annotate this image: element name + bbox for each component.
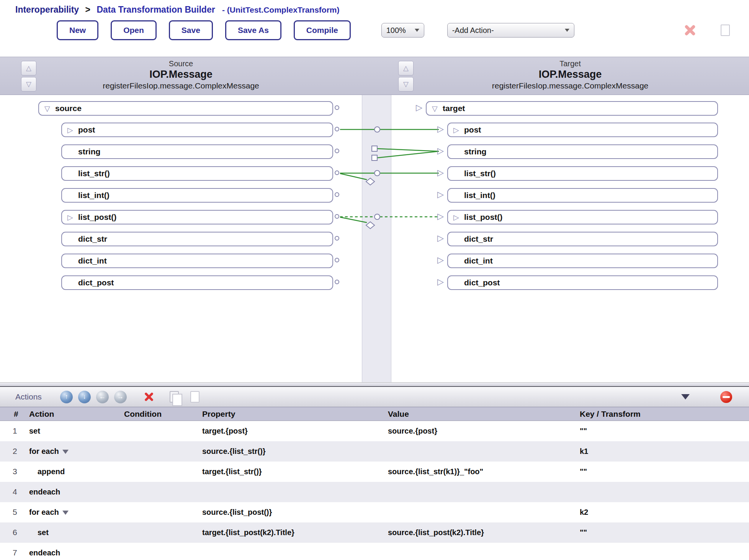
- add-action-select[interactable]: -Add Action-: [447, 23, 574, 38]
- expander-down-icon[interactable]: [44, 105, 53, 112]
- expander-right-icon[interactable]: [67, 126, 76, 134]
- connector-triangle-icon[interactable]: [437, 124, 444, 134]
- source-node-list-post[interactable]: list_post(): [61, 210, 333, 224]
- source-subtitle: registerFilesIop.message.ComplexMessage: [0, 81, 362, 90]
- key-cell: "": [577, 421, 749, 441]
- move-down-icon[interactable]: [78, 391, 91, 403]
- action-text: for each: [29, 447, 59, 455]
- chevron-down-icon: [565, 29, 569, 32]
- expander-right-icon[interactable]: [67, 214, 76, 221]
- connector-circle[interactable]: [335, 258, 339, 262]
- breadcrumb-interoperability-link[interactable]: Interoperability: [15, 5, 79, 15]
- connector-circle[interactable]: [335, 105, 339, 110]
- action-row-1[interactable]: 1 set target.{post} source.{post} "": [0, 421, 749, 441]
- target-node-list-str[interactable]: list_str(): [447, 166, 718, 181]
- connector-circle[interactable]: [335, 127, 339, 131]
- action-row-4[interactable]: 4 endeach: [0, 482, 749, 502]
- action-label: endeach: [27, 482, 122, 502]
- new-button[interactable]: New: [57, 20, 98, 40]
- col-value: Value: [386, 407, 577, 421]
- copy-icon[interactable]: [721, 25, 730, 36]
- open-button[interactable]: Open: [111, 20, 157, 40]
- target-node-root[interactable]: target: [426, 101, 718, 116]
- zoom-select[interactable]: 100%: [381, 23, 424, 38]
- source-node-list-int[interactable]: list_int(): [61, 188, 333, 203]
- target-node-dict-str[interactable]: dict_str: [447, 232, 718, 246]
- source-node-string[interactable]: string: [61, 144, 333, 159]
- target-role-label: Target: [391, 59, 749, 68]
- value-cell: source.{list_str(k1)}_"foo": [386, 462, 577, 482]
- key-cell: [577, 543, 749, 560]
- panel-header-band: Source IOP.Message registerFilesIop.mess…: [0, 57, 749, 95]
- target-node-list-post[interactable]: list_post(): [447, 210, 718, 224]
- action-row-6[interactable]: 6 set target.{list_post(k2).Title} sourc…: [0, 522, 749, 543]
- connector-triangle-icon[interactable]: [437, 168, 444, 178]
- target-node-dict-post[interactable]: dict_post: [447, 275, 718, 290]
- wire-list-str: [340, 170, 439, 185]
- connector-triangle-icon[interactable]: [437, 146, 444, 156]
- connector-circle[interactable]: [335, 170, 339, 175]
- connector-circle[interactable]: [335, 214, 339, 219]
- source-node-post[interactable]: post: [61, 123, 333, 137]
- wire-list-post: [340, 214, 439, 229]
- expander-right-icon[interactable]: [453, 126, 462, 134]
- save-as-button[interactable]: Save As: [225, 20, 281, 40]
- outdent-icon[interactable]: [96, 391, 109, 403]
- source-node-list-str[interactable]: list_str(): [61, 166, 333, 181]
- delete-icon[interactable]: [683, 23, 697, 37]
- connector-circle[interactable]: [335, 149, 339, 153]
- target-class-name: IOP.Message: [391, 69, 749, 80]
- move-up-icon[interactable]: [60, 391, 73, 403]
- action-text: for each: [29, 508, 59, 516]
- connector-circle[interactable]: [335, 280, 339, 284]
- target-node-post[interactable]: post: [447, 123, 718, 137]
- copy-action-icon[interactable]: [170, 391, 179, 403]
- connector-triangle-icon[interactable]: [437, 233, 444, 243]
- action-row-3[interactable]: 3 append target.{list_str()} source.{lis…: [0, 462, 749, 482]
- target-node-string[interactable]: string: [447, 144, 718, 159]
- panel-splitter[interactable]: [0, 382, 749, 387]
- action-label: for each: [27, 441, 122, 462]
- expander-down-icon[interactable]: [432, 105, 440, 112]
- connector-circle[interactable]: [335, 192, 339, 197]
- condition-cell: [122, 502, 200, 522]
- source-node-dict-int[interactable]: dict_int: [61, 254, 333, 268]
- target-subtitle: registerFilesIop.message.ComplexMessage: [391, 81, 749, 90]
- foreach-caret-icon[interactable]: [62, 511, 69, 515]
- indent-icon[interactable]: [114, 391, 127, 403]
- connector-triangle-icon[interactable]: [416, 103, 422, 113]
- delete-action-icon[interactable]: [144, 391, 154, 402]
- paste-action-icon[interactable]: [190, 391, 200, 403]
- target-node-list-int[interactable]: list_int(): [447, 188, 718, 203]
- compile-button[interactable]: Compile: [294, 20, 351, 40]
- source-node-dict-str[interactable]: dict_str: [61, 232, 333, 246]
- connector-triangle-icon[interactable]: [437, 190, 444, 200]
- connector-triangle-icon[interactable]: [437, 255, 444, 265]
- collapse-panel-icon[interactable]: [681, 394, 690, 400]
- expander-right-icon[interactable]: [453, 214, 462, 221]
- condition-cell: [122, 421, 200, 441]
- action-row-2[interactable]: 2 for each source.{list_str()} k1: [0, 441, 749, 462]
- action-row-7[interactable]: 7 endeach: [0, 543, 749, 560]
- target-node-dict-int[interactable]: dict_int: [447, 254, 718, 268]
- action-label: set: [27, 522, 122, 543]
- breadcrumb: Interoperability > Data Transformation B…: [15, 5, 749, 15]
- connector-triangle-icon[interactable]: [437, 211, 444, 221]
- disable-action-icon[interactable]: [720, 391, 732, 403]
- action-label: set: [27, 421, 122, 441]
- connector-circle[interactable]: [335, 236, 339, 241]
- node-label: list_str(): [78, 169, 110, 178]
- action-row-5[interactable]: 5 for each source.{list_post()} k2: [0, 502, 749, 522]
- source-panel-header: Source IOP.Message registerFilesIop.mess…: [0, 59, 362, 90]
- actions-table-header: # Action Condition Property Value Key / …: [0, 407, 749, 421]
- col-property: Property: [200, 407, 386, 421]
- row-number: 4: [0, 482, 27, 502]
- source-class-name: IOP.Message: [0, 69, 362, 80]
- save-button[interactable]: Save: [169, 20, 213, 40]
- row-number: 6: [0, 522, 27, 543]
- source-node-dict-post[interactable]: dict_post: [61, 275, 333, 290]
- foreach-caret-icon[interactable]: [62, 450, 69, 454]
- connector-triangle-icon[interactable]: [437, 277, 444, 287]
- node-label: target: [443, 104, 465, 113]
- source-node-root[interactable]: source: [38, 101, 333, 116]
